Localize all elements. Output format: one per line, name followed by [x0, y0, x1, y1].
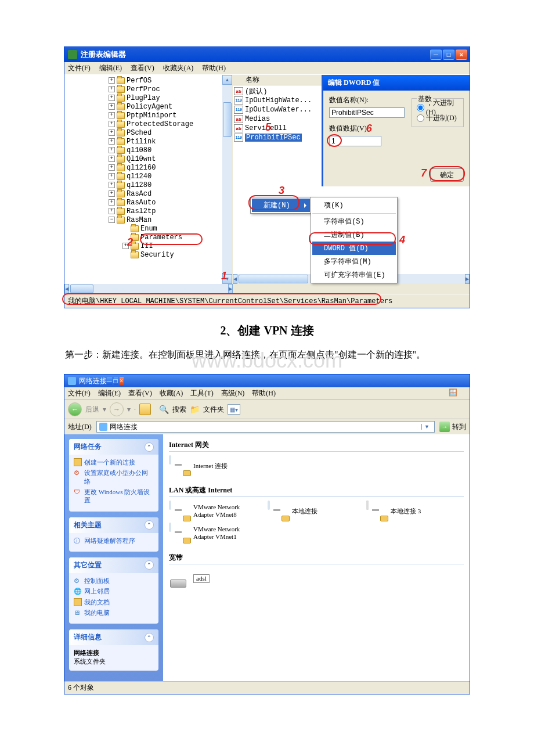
up-icon[interactable] — [139, 404, 151, 415]
related-troubleshoot[interactable]: ⓘ 网络疑难解答程序 — [74, 537, 154, 545]
other-documents[interactable]: 我的文档 — [74, 598, 154, 606]
nc-menu-file[interactable]: 文件(F) — [68, 389, 91, 397]
connection-item[interactable]: 本地连接 3 — [366, 502, 453, 520]
expander-icon[interactable]: + — [109, 208, 115, 214]
tree-scrollbar[interactable]: ▲ ▼ — [222, 75, 232, 284]
nc-menu-view[interactable]: 查看(V) — [128, 389, 152, 397]
tree-node[interactable]: +Ptilink — [67, 137, 222, 146]
tree-node[interactable]: +RasAuto — [67, 198, 222, 207]
nc-maximize-button[interactable]: □ — [114, 377, 118, 385]
expander-icon[interactable]: + — [109, 173, 115, 179]
other-mycomputer[interactable]: 🖥 我的电脑 — [74, 609, 154, 617]
scroll-down-button[interactable]: ▼ — [222, 274, 232, 284]
close-button[interactable]: × — [456, 49, 467, 60]
connection-item[interactable]: Internet 连接 — [169, 456, 256, 475]
tree-node[interactable]: +PolicyAgent — [67, 102, 222, 111]
expander-icon[interactable]: + — [109, 121, 115, 127]
folders-icon[interactable]: 📁 — [190, 405, 200, 415]
tree-content[interactable]: +PerfOS+PerfProc+PlugPlay+PolicyAgent+Pp… — [64, 75, 222, 284]
views-button[interactable]: ▦▾ — [228, 404, 240, 415]
new-multistring-item[interactable]: 多字符串值(M) — [312, 255, 396, 268]
menu-file[interactable]: 文件(F) — [68, 64, 91, 72]
folders-label[interactable]: 文件夹 — [203, 405, 224, 415]
scroll-left-button[interactable]: ◀ — [233, 274, 237, 284]
new-menu-item[interactable]: 新建(N) — [252, 199, 310, 212]
tree-node[interactable]: +RasAcd — [67, 189, 222, 198]
expander-icon[interactable]: + — [109, 147, 115, 153]
radio-dec[interactable] — [417, 114, 424, 122]
tree-node[interactable]: +Ql10wnt — [67, 154, 222, 163]
task-home-network[interactable]: ⚙ 设置家庭或小型办公网络 — [74, 469, 154, 485]
collapse-icon-4[interactable]: ⌃ — [145, 633, 154, 642]
search-icon[interactable]: 🔍 — [159, 405, 169, 415]
collapse-icon-3[interactable]: ⌃ — [145, 560, 154, 570]
tree-h-scrollbar[interactable]: ◀ ▶ — [64, 284, 233, 294]
connection-item[interactable]: VMware Network Adapter VMnet8 — [169, 502, 256, 520]
tree-node[interactable]: Security — [67, 250, 222, 259]
tree-node[interactable]: +PptpMiniport — [67, 111, 222, 120]
tree-node[interactable]: +PerfProc — [67, 85, 222, 93]
expander-icon[interactable]: + — [109, 129, 115, 136]
maximize-button[interactable]: □ — [443, 49, 454, 60]
expander-icon[interactable]: + — [109, 182, 115, 188]
task-firewall[interactable]: 🛡 更改 Windows 防火墙设置 — [74, 488, 154, 505]
nc-menu-adv[interactable]: 高级(N) — [221, 389, 245, 397]
new-dword-item[interactable]: DWORD 值(D) — [312, 242, 396, 255]
tree-node[interactable]: +ql1280 — [67, 181, 222, 189]
expander-icon[interactable]: − — [109, 217, 115, 223]
other-controlpanel[interactable]: ⚙ 控制面板 — [74, 577, 154, 585]
expander-icon[interactable]: + — [109, 199, 115, 206]
expander-icon[interactable]: + — [109, 190, 115, 197]
connection-item[interactable]: 本地连接 — [268, 502, 355, 520]
connection-item[interactable]: adsl — [169, 569, 256, 588]
nc-menu-fav[interactable]: 收藏(A) — [160, 389, 183, 397]
menu-view[interactable]: 查看(V) — [131, 64, 154, 72]
address-input[interactable]: 网络连接 ▼ — [96, 421, 435, 433]
back-button[interactable]: ← — [68, 402, 82, 416]
menu-help[interactable]: 帮助(H) — [202, 64, 226, 72]
expander-icon[interactable]: + — [109, 103, 115, 110]
tree-node[interactable]: +PSched — [67, 128, 222, 137]
scroll-up-button[interactable]: ▲ — [222, 75, 232, 85]
tree-node[interactable]: Enum — [67, 224, 222, 233]
collapse-icon[interactable]: ⌃ — [145, 442, 154, 452]
dword-data-input[interactable] — [329, 136, 381, 146]
tree-node[interactable]: +ql12160 — [67, 163, 222, 172]
nc-minimize-button[interactable]: ─ — [107, 377, 112, 385]
expander-icon[interactable]: + — [109, 156, 115, 162]
tree-node[interactable]: +ql1080 — [67, 146, 222, 154]
radio-hex[interactable] — [417, 104, 424, 111]
menu-favorites[interactable]: 收藏夹(A) — [163, 64, 194, 72]
tree-node[interactable]: +Rasl2tp — [67, 207, 222, 215]
tree-scroll-left[interactable]: ◀ — [64, 284, 69, 294]
nc-menu-tools[interactable]: 工具(T) — [190, 389, 213, 397]
expander-icon[interactable]: + — [122, 243, 129, 249]
tree-scroll-right[interactable]: ▶ — [228, 284, 233, 294]
minimize-button[interactable]: ─ — [430, 49, 442, 60]
expander-icon[interactable]: + — [109, 138, 115, 145]
tree-node[interactable]: +ql1240 — [67, 172, 222, 181]
expander-icon[interactable]: + — [109, 95, 115, 101]
collapse-icon-2[interactable]: ⌃ — [145, 520, 154, 530]
nc-close-button[interactable]: × — [120, 377, 124, 385]
dword-name-input[interactable] — [329, 107, 405, 118]
tree-node[interactable]: +III — [67, 242, 222, 250]
tree-node[interactable]: +PerfOS — [67, 76, 222, 85]
other-neighborhood[interactable]: 🌐 网上邻居 — [74, 587, 154, 595]
ok-button[interactable]: 确定 — [430, 168, 464, 182]
expander-icon[interactable]: + — [109, 77, 115, 84]
menu-edit[interactable]: 编辑(E) — [99, 64, 122, 72]
expander-icon[interactable]: + — [109, 164, 115, 171]
tree-node[interactable]: Parameters — [67, 233, 222, 242]
new-expandstring-item[interactable]: 可扩充字符串值(E) — [312, 268, 396, 282]
expander-icon[interactable]: + — [109, 112, 115, 118]
new-string-item[interactable]: 字符串值(S) — [312, 215, 396, 228]
search-label[interactable]: 搜索 — [172, 405, 186, 415]
nc-menu-edit[interactable]: 编辑(E) — [98, 389, 121, 397]
new-binary-item[interactable]: 二进制值(B) — [312, 228, 396, 242]
go-button[interactable]: → — [439, 422, 450, 432]
tree-node[interactable]: +PlugPlay — [67, 93, 222, 102]
tree-node[interactable]: +ProtectedStorage — [67, 120, 222, 128]
forward-button[interactable]: → — [110, 402, 124, 416]
new-key-item[interactable]: 项(K) — [312, 199, 396, 212]
